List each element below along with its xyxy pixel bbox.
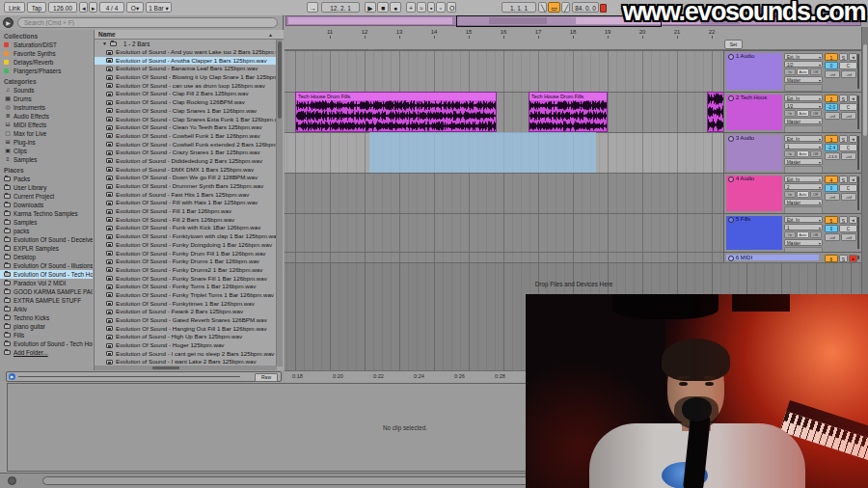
- track-activator-button[interactable]: 6: [825, 255, 838, 262]
- unfold-track-icon[interactable]: [728, 176, 734, 182]
- pan-field[interactable]: C: [839, 62, 857, 69]
- loop-start-display[interactable]: 1. 1. 1: [502, 2, 536, 13]
- tempo-field[interactable]: 126.00: [48, 2, 77, 13]
- file-row[interactable]: Evolution of Sound - High Up Bars 125bpm…: [95, 333, 277, 341]
- file-row[interactable]: Evolution Of Sound - Fill 2 Bars 126bpm.…: [95, 216, 277, 225]
- track-speaker-button[interactable]: ◄: [849, 53, 857, 61]
- hscroll-thumb[interactable]: [152, 366, 179, 369]
- monitor-option[interactable]: Off: [810, 150, 822, 157]
- file-row[interactable]: Evolution Of Sound - Funky Doingdoing 1 …: [95, 241, 277, 250]
- nudge-up-icon[interactable]: ▸: [89, 2, 97, 13]
- search-input[interactable]: [17, 17, 278, 28]
- file-row[interactable]: Evolution of Sound - Fwank 2 Bars 125bpm…: [95, 308, 277, 316]
- file-row[interactable]: Evolution Of Sound - Funky Snare Fill 1 …: [95, 275, 277, 284]
- play-button[interactable]: ▶: [365, 2, 376, 13]
- vscroll-thumb[interactable]: [278, 41, 282, 119]
- sidebar-item-category[interactable]: ▢Max for Live: [0, 129, 93, 138]
- unfold-track-icon[interactable]: [728, 95, 734, 101]
- info-view-icon[interactable]: [8, 476, 16, 485]
- file-row[interactable]: Evolution Of Sound - Fill with Hats 1 Ba…: [95, 199, 277, 207]
- file-row[interactable]: Evolution of Sound - DMX DMX 1 Bars 125b…: [95, 166, 277, 175]
- sidebar-item-place[interactable]: Evolution Of Sound - Tech House Fil: [0, 270, 93, 279]
- file-row[interactable]: Evolution of Sound - Anotha Clapper 1 Ba…: [95, 57, 277, 66]
- track-activator-button[interactable]: 5: [825, 216, 838, 224]
- tap-tempo-button[interactable]: Tap: [27, 2, 46, 13]
- send-a-field[interactable]: -inf: [825, 193, 840, 201]
- sidebar-item-place[interactable]: Current Project: [0, 192, 93, 201]
- input-type-dropdown[interactable]: Ext. In▾: [784, 216, 823, 223]
- pan-field[interactable]: C: [839, 225, 857, 232]
- monitor-switch[interactable]: InAutoOff: [784, 231, 823, 238]
- add-folder-button[interactable]: Add Folder...: [0, 348, 93, 357]
- track-speaker-button[interactable]: ◄: [849, 135, 857, 143]
- sidebar-item-place[interactable]: EXTRA SAMPLE STUFF: [0, 296, 93, 305]
- set-locator-button[interactable]: Set: [724, 40, 743, 49]
- sidebar-item-place[interactable]: Fills: [0, 331, 93, 339]
- file-row[interactable]: Evolution Of Sound - Funktytown with cla…: [95, 232, 277, 241]
- monitor-option[interactable]: In: [784, 231, 796, 238]
- file-row[interactable]: Evolution Of Sound - Clap Rocking 126BPM…: [95, 98, 277, 107]
- quantize-menu[interactable]: 1 Bar ▾: [146, 2, 172, 13]
- expand-triangle-icon[interactable]: ▼: [102, 40, 107, 48]
- punch-in-button[interactable]: ╲: [538, 2, 547, 13]
- file-row[interactable]: Evolution Of Sound - Hoger 125bpm.wav: [95, 341, 277, 350]
- track-speaker-button[interactable]: ◄: [849, 216, 857, 224]
- track-name-block[interactable]: 4 Audio: [726, 176, 782, 211]
- sidebar-item-place[interactable]: Paradox Vol 2 MIDI: [0, 279, 93, 287]
- solo-button[interactable]: S: [839, 216, 848, 224]
- sidebar-item-collection[interactable]: Saturation/DIST: [0, 41, 93, 49]
- input-channel-dropdown[interactable]: 1/2▾: [784, 61, 823, 68]
- track-name-block[interactable]: 5 Fills: [726, 216, 782, 250]
- solo-button[interactable]: S: [839, 53, 848, 61]
- file-row[interactable]: Evolution Of Sound - Cowbell Funk 1 Bar …: [95, 132, 277, 141]
- monitor-option[interactable]: Off: [810, 191, 822, 198]
- draw-mode-button[interactable]: ▫: [436, 2, 446, 13]
- sidebar-item-category[interactable]: ≡Samples: [0, 155, 93, 164]
- monitor-switch[interactable]: InAutoOff: [784, 150, 823, 157]
- file-row[interactable]: Evolution Of Sound - Crazy Snares 1 Bar …: [95, 149, 277, 157]
- file-row[interactable]: Evolution Of Sound - Funky Triplet Toms …: [95, 291, 277, 300]
- monitor-option[interactable]: Off: [810, 110, 822, 117]
- sidebar-item-category[interactable]: ⊞Plug-ins: [0, 138, 93, 147]
- punch-out-button[interactable]: ╱: [561, 2, 570, 13]
- pan-field[interactable]: C: [839, 103, 857, 111]
- sidebar-item-category[interactable]: ◎Instruments: [0, 103, 93, 112]
- monitor-option[interactable]: In: [784, 191, 796, 198]
- track-name-block[interactable]: 1 Audio: [726, 53, 782, 90]
- file-row[interactable]: Evolution Of Sound - Funk with Kick 1Bar…: [95, 224, 277, 232]
- sidebar-item-place[interactable]: EXPLR Samples: [0, 244, 93, 253]
- monitor-option[interactable]: In: [784, 68, 796, 75]
- sidebar-item-place[interactable]: Desktop: [0, 253, 93, 261]
- sidebar-item-place[interactable]: packs: [0, 227, 93, 235]
- track-header[interactable]: 5 FillsExt. In▾1▾InAutoOffMaster▾5S◄0C-i…: [723, 213, 861, 252]
- monitor-option[interactable]: Off: [810, 231, 822, 238]
- input-channel-dropdown[interactable]: 2▾: [784, 183, 823, 190]
- sidebar-item-category[interactable]: ⊟MIDI Effects: [0, 121, 93, 129]
- file-row[interactable]: Evolution Of Sound - Blowing it Up Clap …: [95, 73, 277, 82]
- track-activator-button[interactable]: 4: [825, 176, 838, 183]
- metronome-button[interactable]: O▾: [126, 2, 144, 13]
- track-name-block[interactable]: 2 Tech Hous: [726, 95, 782, 130]
- sidebar-item-category[interactable]: ♫Sounds: [0, 86, 93, 95]
- sidebar-item-category[interactable]: ▣Clips: [0, 147, 93, 155]
- track-header[interactable]: 6 MIDI6S●: [723, 252, 861, 262]
- volume-field[interactable]: 0: [825, 62, 838, 69]
- volume-field[interactable]: -2.4: [825, 144, 838, 151]
- file-list-vscrollbar[interactable]: [276, 40, 283, 366]
- file-row[interactable]: Evolution Of Sound - Clean Yo Teeth Bars…: [95, 123, 277, 132]
- sidebar-item-place[interactable]: piano guitar: [0, 322, 93, 331]
- sidebar-item-place[interactable]: User Library: [0, 183, 93, 192]
- monitor-option[interactable]: In: [784, 150, 796, 157]
- arm-record-button[interactable]: ●: [849, 255, 857, 262]
- loop-button[interactable]: ▭: [548, 2, 560, 13]
- input-type-dropdown[interactable]: Ext. In▾: [784, 135, 823, 142]
- solo-button[interactable]: S: [839, 255, 848, 262]
- output-dropdown[interactable]: Master▾: [784, 199, 823, 205]
- sidebar-item-place[interactable]: Downloads: [0, 201, 93, 209]
- track-activator-button[interactable]: 3: [825, 135, 838, 143]
- output-dropdown[interactable]: Master▾: [784, 118, 823, 124]
- file-row[interactable]: Evolution Of Sound - Down We go Fill 2 1…: [95, 174, 277, 182]
- send-b-field[interactable]: -inf: [841, 112, 856, 120]
- link-button[interactable]: Link: [4, 2, 25, 13]
- unfold-track-icon[interactable]: [728, 136, 734, 142]
